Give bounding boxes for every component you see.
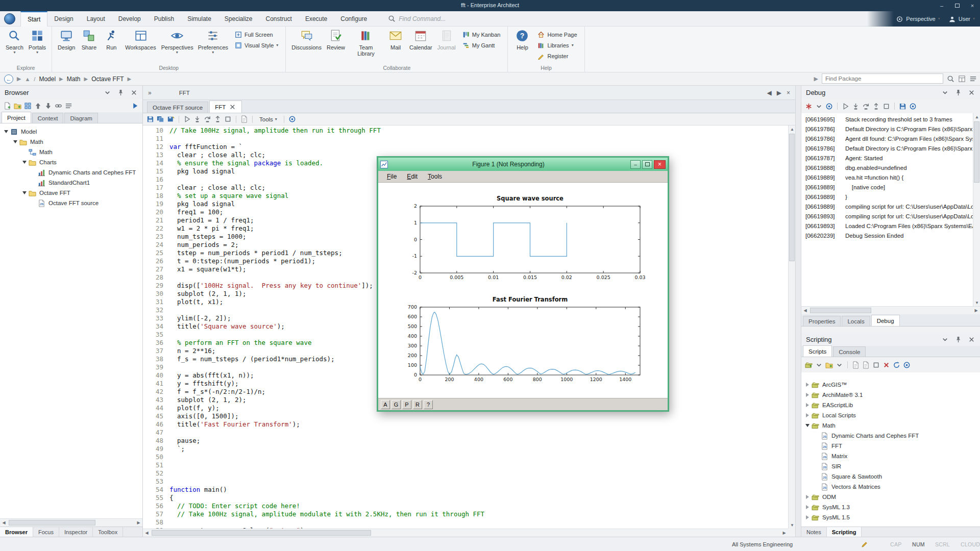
asterisk-red-icon[interactable] (805, 103, 813, 110)
ribbon-tab-publish[interactable]: Publish (148, 11, 181, 27)
status-toggle-cloud[interactable]: CLOUD (961, 541, 980, 547)
menu-icon[interactable] (65, 102, 72, 110)
debug-vertical-scrollbar[interactable]: ▲ ▼ (973, 113, 980, 306)
tab-notes[interactable]: Notes (801, 527, 827, 537)
close-button[interactable]: × (969, 2, 976, 9)
scroll-down-icon[interactable]: ▼ (789, 521, 796, 529)
tab-inspector[interactable]: Inspector (59, 527, 93, 537)
ribbon-button-register[interactable]: Register (537, 52, 577, 60)
stop-icon[interactable] (883, 103, 890, 110)
figure-tool-a[interactable]: A (381, 400, 390, 409)
scroll-tabs-right-icon[interactable]: ▶ (777, 89, 781, 96)
maximize-button[interactable] (642, 160, 652, 169)
ribbon-tab-simulate[interactable]: Simulate (181, 11, 218, 27)
tree-item-octave-fft-source[interactable]: JSOctave FFT source (0, 198, 142, 208)
chevron-down-icon[interactable] (941, 336, 949, 343)
ribbon-button-portals[interactable]: Portals▾ (26, 28, 48, 64)
delete-red-icon[interactable] (883, 361, 890, 369)
figure-tool-[interactable]: ? (424, 400, 433, 409)
ribbon-button-my-kanban[interactable]: My Kanban (462, 30, 501, 39)
tree-item-charts[interactable]: Charts (0, 157, 142, 167)
doc-plus-icon[interactable] (4, 102, 11, 110)
pin-icon[interactable] (954, 89, 962, 96)
tab-context[interactable]: Context (32, 113, 64, 123)
hamburger-menu-icon[interactable] (969, 75, 977, 83)
tree-item-octave-fft[interactable]: Octave FFT (0, 188, 142, 198)
scrollbar-track[interactable] (151, 530, 780, 537)
scroll-left-icon[interactable]: ◀ (0, 519, 8, 527)
ribbon-button-libraries[interactable]: Libraries▾ (537, 41, 577, 49)
tab-toolbox[interactable]: Toolbox (93, 527, 123, 537)
ribbon-button-visual-style[interactable]: Visual Style▾ (235, 41, 278, 49)
ribbon-tab-execute[interactable]: Execute (299, 11, 334, 27)
expander-icon[interactable] (804, 424, 811, 427)
dock-splitter[interactable] (795, 86, 801, 537)
tree-item-eascriptlib[interactable]: EAScriptLib (801, 400, 980, 410)
step-over-icon[interactable] (862, 103, 870, 110)
breadcrumb-item-octave-fft[interactable]: Octave FFT (91, 76, 124, 83)
tree-item-sysml-1-3[interactable]: SysML 1.3 (801, 502, 980, 512)
minimize-button[interactable]: – (630, 160, 641, 169)
disk-icon[interactable] (146, 115, 154, 123)
expander-icon[interactable] (804, 393, 811, 397)
ribbon-tab-specialize[interactable]: Specialize (218, 11, 259, 27)
tree-item-math[interactable]: Math (0, 137, 142, 147)
tree-item-square-sawtooth[interactable]: JSSquare & Sawtooth (801, 471, 980, 482)
scroll-right-icon[interactable]: ▶ (780, 530, 788, 537)
close-icon[interactable] (968, 89, 975, 96)
ribbon-button-workspaces[interactable]: Workspaces (122, 28, 158, 64)
disk-icon[interactable] (899, 103, 906, 110)
ribbon-tab-design[interactable]: Design (47, 11, 80, 27)
tab-browser[interactable]: Browser (0, 527, 33, 537)
ribbon-tab-develop[interactable]: Develop (112, 11, 148, 27)
app-logo-icon[interactable] (4, 13, 15, 24)
tree-item-math[interactable]: Math (801, 420, 980, 431)
folder-plus-icon[interactable] (825, 361, 833, 369)
scrollbar-track[interactable] (8, 519, 135, 527)
status-toggle-cap[interactable]: CAP (890, 541, 902, 547)
ribbon-button-calendar[interactable]: Calendar (407, 28, 435, 64)
tree-item-fft[interactable]: JSFFT (801, 441, 980, 451)
play-icon[interactable] (842, 103, 849, 110)
target-icon[interactable] (909, 103, 917, 110)
scroll-right-icon[interactable]: ▶ (135, 519, 142, 527)
chevron-right-icon[interactable]: » (148, 89, 152, 96)
target-icon[interactable] (903, 361, 911, 369)
link-icon[interactable] (55, 102, 62, 110)
doc-icon[interactable] (240, 115, 248, 123)
chev-down-icon[interactable] (815, 103, 823, 110)
scrollbar-thumb[interactable] (152, 530, 371, 536)
ribbon-button-preferences[interactable]: Preferences▾ (195, 28, 231, 64)
status-toggle-num[interactable]: NUM (912, 541, 925, 547)
expand-play-icon[interactable] (131, 102, 139, 110)
play-icon[interactable] (183, 115, 191, 123)
tab-fft[interactable]: FFT (209, 101, 242, 113)
expander-icon[interactable] (804, 505, 811, 509)
tab-locals[interactable]: Locals (842, 316, 870, 326)
scrollbar-thumb[interactable] (789, 134, 795, 261)
tab-project[interactable]: Project (2, 112, 31, 123)
back-button[interactable]: ← (4, 74, 13, 84)
editor-vertical-scrollbar[interactable]: ▲ ▼ (788, 126, 795, 529)
find-package-input[interactable] (822, 73, 943, 84)
breadcrumb-item-math[interactable]: Math (67, 76, 81, 83)
ribbon-tab-layout[interactable]: Layout (80, 11, 112, 27)
tree-item-standardchart1[interactable]: StandardChart1 (0, 178, 142, 188)
debug-horizontal-scrollbar[interactable]: ◀ ▶ (801, 306, 980, 314)
close-icon[interactable] (130, 89, 138, 96)
ribbon-button-review[interactable]: Review (324, 28, 348, 64)
tab-debug[interactable]: Debug (871, 315, 900, 326)
minimize-button[interactable]: – (938, 2, 945, 9)
tree-item-dynamic-charts-and-cephes-fft[interactable]: JSDynamic Charts and Cephes FFT (801, 431, 980, 441)
search-icon[interactable] (947, 75, 954, 83)
figure-tool-g[interactable]: G (391, 400, 401, 409)
ribbon-button-mail[interactable]: Mail (384, 28, 407, 64)
ribbon-tab-construct[interactable]: Construct (259, 11, 299, 27)
ribbon-button-perspectives[interactable]: Perspectives▾ (159, 28, 195, 64)
chev-down-icon[interactable] (815, 361, 823, 369)
arrow-up-icon[interactable] (34, 102, 42, 110)
forward-button[interactable]: ▶ (17, 76, 21, 82)
menu-file[interactable]: File (382, 172, 401, 181)
ribbon-tab-start[interactable]: Start (20, 11, 47, 27)
pin-icon[interactable] (954, 336, 962, 343)
